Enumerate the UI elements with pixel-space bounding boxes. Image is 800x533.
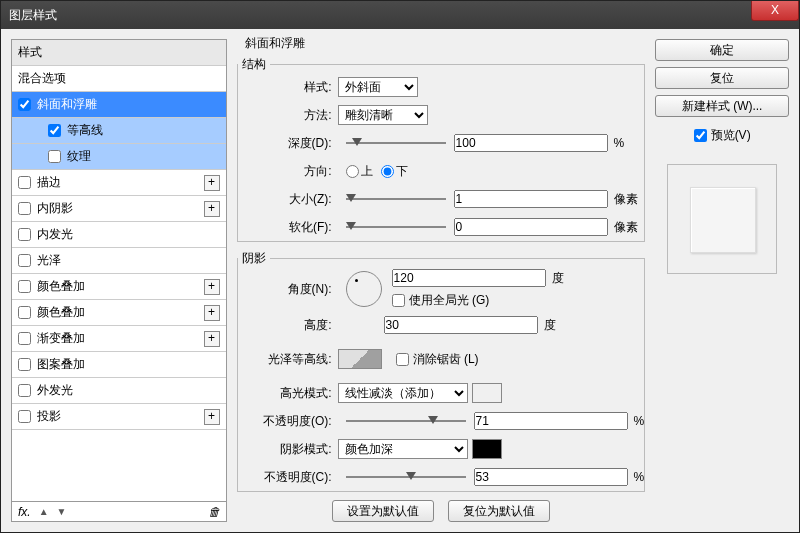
color-overlay2-row[interactable]: 颜色叠加+ [12, 300, 226, 326]
settings-panel: 斜面和浮雕 结构 样式: 外斜面 方法: 雕刻清晰 深度(D): % 方向: 上… [237, 39, 646, 522]
inner-shadow-checkbox[interactable] [18, 202, 31, 215]
shadow-mode-label: 阴影模式: [238, 441, 338, 458]
new-style-button[interactable]: 新建样式 (W)... [655, 95, 789, 117]
outer-glow-row[interactable]: 外发光 [12, 378, 226, 404]
highlight-opacity-label: 不透明度(O): [238, 413, 338, 430]
angle-label: 角度(N): [238, 281, 338, 298]
size-input[interactable] [454, 190, 608, 208]
angle-unit: 度 [552, 270, 564, 287]
bevel-section-title: 斜面和浮雕 [241, 35, 650, 52]
soften-slider[interactable] [346, 220, 446, 234]
global-light-checkbox[interactable] [392, 294, 405, 307]
ok-button[interactable]: 确定 [655, 39, 789, 61]
highlight-mode-label: 高光模式: [238, 385, 338, 402]
soften-input[interactable] [454, 218, 608, 236]
color-overlay-row[interactable]: 颜色叠加+ [12, 274, 226, 300]
direction-down-radio[interactable] [381, 165, 394, 178]
drop-shadow-row[interactable]: 投影+ [12, 404, 226, 430]
satin-row[interactable]: 光泽 [12, 248, 226, 274]
down-arrow-icon[interactable]: ▼ [57, 506, 67, 517]
size-slider[interactable] [346, 192, 446, 206]
structure-legend: 结构 [238, 56, 270, 73]
cancel-button[interactable]: 复位 [655, 67, 789, 89]
soften-label: 软化(F): [238, 219, 338, 236]
contour-row[interactable]: 等高线 [12, 118, 226, 144]
highlight-opacity-input[interactable] [474, 412, 628, 430]
gloss-contour-label: 光泽等高线: [238, 351, 338, 368]
drop-shadow-add-button[interactable]: + [204, 409, 220, 425]
blend-options-row[interactable]: 混合选项 [12, 66, 226, 92]
pattern-overlay-checkbox[interactable] [18, 358, 31, 371]
outer-glow-checkbox[interactable] [18, 384, 31, 397]
up-arrow-icon[interactable]: ▲ [39, 506, 49, 517]
bevel-emboss-row[interactable]: 斜面和浮雕 [12, 92, 226, 118]
fx-label: fx. [18, 505, 31, 519]
bevel-checkbox[interactable] [18, 98, 31, 111]
technique-label: 方法: [238, 107, 338, 124]
shadow-opacity-input[interactable] [474, 468, 628, 486]
altitude-unit: 度 [544, 317, 556, 334]
shading-legend: 阴影 [238, 250, 270, 267]
gloss-contour-swatch[interactable] [338, 349, 382, 369]
depth-label: 深度(D): [238, 135, 338, 152]
gradient-overlay-checkbox[interactable] [18, 332, 31, 345]
stroke-add-button[interactable]: + [204, 175, 220, 191]
styles-bottom-bar: fx. ▲ ▼ 🗑 [12, 501, 226, 521]
shadow-mode-select[interactable]: 颜色加深 [338, 439, 468, 459]
right-buttons-panel: 确定 复位 新建样式 (W)... 预览(V) [655, 39, 789, 522]
preview-checkbox[interactable] [694, 129, 707, 142]
preview-swatch [690, 187, 756, 253]
technique-select[interactable]: 雕刻清晰 [338, 105, 428, 125]
make-default-button[interactable]: 设置为默认值 [332, 500, 434, 522]
size-unit: 像素 [614, 191, 638, 208]
size-label: 大小(Z): [238, 191, 338, 208]
highlight-mode-select[interactable]: 线性减淡（添加） [338, 383, 468, 403]
depth-slider[interactable] [346, 136, 446, 150]
texture-checkbox[interactable] [48, 150, 61, 163]
texture-row[interactable]: 纹理 [12, 144, 226, 170]
soften-unit: 像素 [614, 219, 638, 236]
direction-up-radio[interactable] [346, 165, 359, 178]
color-overlay-add-button[interactable]: + [204, 279, 220, 295]
preview-label: 预览(V) [711, 127, 751, 144]
shading-fieldset: 阴影 角度(N): 度 使用全局光 (G) 高度: 度 光泽等高线: 消除锯齿 … [237, 250, 646, 492]
style-label: 样式: [238, 79, 338, 96]
color-overlay2-checkbox[interactable] [18, 306, 31, 319]
trash-icon[interactable]: 🗑 [208, 505, 220, 519]
depth-input[interactable] [454, 134, 608, 152]
inner-glow-row[interactable]: 内发光 [12, 222, 226, 248]
depth-unit: % [614, 136, 625, 150]
style-select[interactable]: 外斜面 [338, 77, 418, 97]
highlight-opacity-slider[interactable] [346, 414, 466, 428]
titlebar: 图层样式 X [1, 1, 799, 29]
antialias-label: 消除锯齿 (L) [413, 351, 479, 368]
structure-fieldset: 结构 样式: 外斜面 方法: 雕刻清晰 深度(D): % 方向: 上 下 大小(… [237, 56, 646, 242]
color-overlay2-add-button[interactable]: + [204, 305, 220, 321]
angle-input[interactable] [392, 269, 546, 287]
drop-shadow-checkbox[interactable] [18, 410, 31, 423]
styles-list-panel: 样式 混合选项 斜面和浮雕 等高线 纹理 描边+ 内阴影+ 内发光 光泽 颜色叠… [11, 39, 227, 522]
inner-shadow-add-button[interactable]: + [204, 201, 220, 217]
shadow-color-swatch[interactable] [472, 439, 502, 459]
stroke-checkbox[interactable] [18, 176, 31, 189]
gradient-overlay-row[interactable]: 渐变叠加+ [12, 326, 226, 352]
close-button[interactable]: X [751, 1, 799, 21]
reset-default-button[interactable]: 复位为默认值 [448, 500, 550, 522]
pattern-overlay-row[interactable]: 图案叠加 [12, 352, 226, 378]
inner-glow-checkbox[interactable] [18, 228, 31, 241]
stroke-row[interactable]: 描边+ [12, 170, 226, 196]
inner-shadow-row[interactable]: 内阴影+ [12, 196, 226, 222]
direction-label: 方向: [238, 163, 338, 180]
contour-checkbox[interactable] [48, 124, 61, 137]
shadow-opacity-label: 不透明度(C): [238, 469, 338, 486]
gradient-overlay-add-button[interactable]: + [204, 331, 220, 347]
antialias-checkbox[interactable] [396, 353, 409, 366]
layer-style-window: 图层样式 X 样式 混合选项 斜面和浮雕 等高线 纹理 描边+ 内阴影+ 内发光… [0, 0, 800, 533]
styles-header[interactable]: 样式 [12, 40, 226, 66]
shadow-opacity-slider[interactable] [346, 470, 466, 484]
highlight-color-swatch[interactable] [472, 383, 502, 403]
angle-dial[interactable] [346, 271, 382, 307]
altitude-input[interactable] [384, 316, 538, 334]
color-overlay-checkbox[interactable] [18, 280, 31, 293]
satin-checkbox[interactable] [18, 254, 31, 267]
